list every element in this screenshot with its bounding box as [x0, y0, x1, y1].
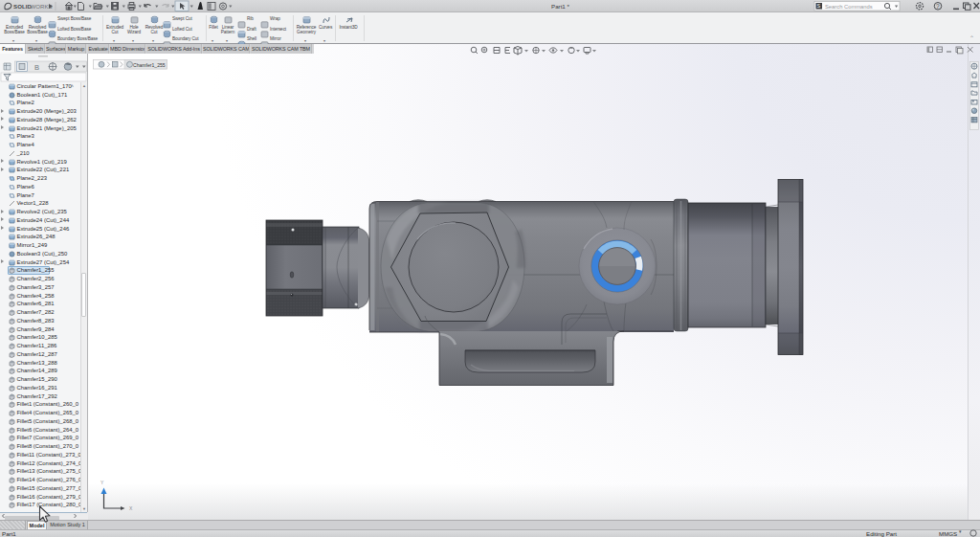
svg-text:X: X [129, 505, 133, 511]
svg-text:Y: Y [100, 480, 104, 485]
